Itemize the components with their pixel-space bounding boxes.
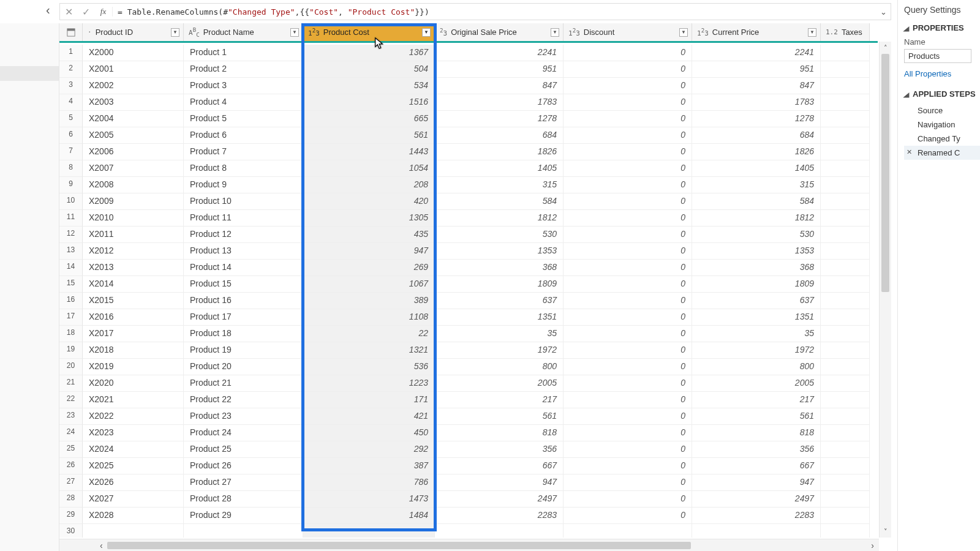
cell-current-price[interactable]: 1783 [692,94,821,111]
table-row[interactable]: 29X2028Product 291484228302283 [59,508,878,524]
cell-product-id[interactable]: X2028 [83,508,184,524]
cell-taxes[interactable] [821,425,870,441]
cell-product-cost[interactable]: 1321 [303,342,435,359]
cell-original-sale-price[interactable]: 2283 [435,508,564,524]
cell-taxes[interactable] [821,78,870,94]
cell-taxes[interactable] [821,375,870,392]
cell-original-sale-price[interactable]: 1278 [435,111,564,127]
cell-product-id[interactable] [83,524,184,538]
formula-commit-button[interactable]: ✓ [77,6,94,18]
step-source[interactable]: Source [904,103,980,118]
fx-icon[interactable]: fx [94,7,113,17]
cell-product-id[interactable]: X2016 [83,309,184,326]
table-row[interactable]: 16X2015Product 163896370637 [59,293,878,309]
cell-current-price[interactable]: 637 [692,293,821,309]
cell-product-cost[interactable]: 561 [303,127,435,144]
cell-current-price[interactable]: 847 [692,78,821,94]
cell-product-id[interactable]: X2022 [83,408,184,425]
cell-original-sale-price[interactable]: 1809 [435,276,564,293]
cell-current-price[interactable]: 217 [692,392,821,408]
cell-current-price[interactable]: 667 [692,458,821,474]
column-header-taxes[interactable]: 1.2 Taxes [821,23,870,41]
cell-product-id[interactable]: X2024 [83,441,184,458]
cell-product-id[interactable]: X2000 [83,45,184,61]
cell-current-price[interactable]: 561 [692,408,821,425]
cell-current-price[interactable]: 1405 [692,160,821,177]
cell-discount[interactable]: 0 [564,508,692,524]
cell-original-sale-price[interactable] [435,524,564,538]
table-row[interactable]: 4X2003Product 41516178301783 [59,94,878,111]
cell-product-id[interactable]: X2023 [83,425,184,441]
step-navigation[interactable]: Navigation [904,118,980,132]
cell-product-id[interactable]: X2026 [83,474,184,491]
cell-discount[interactable]: 0 [564,441,692,458]
scroll-left-arrow[interactable]: ‹ [59,541,102,550]
cell-product-cost[interactable]: 1516 [303,94,435,111]
cell-discount[interactable]: 0 [564,160,692,177]
cell-product-name[interactable]: Product 22 [184,392,303,408]
cell-product-cost[interactable]: 1305 [303,210,435,227]
cell-current-price[interactable]: 2283 [692,508,821,524]
cell-product-name[interactable]: Product 2 [184,61,303,78]
cell-taxes[interactable] [821,309,870,326]
table-row[interactable]: 6X2005Product 65616840684 [59,127,878,144]
table-row[interactable]: 15X2014Product 151067180901809 [59,276,878,293]
cell-discount[interactable]: 0 [564,326,692,342]
scroll-right-arrow[interactable]: › [861,541,879,550]
cell-taxes[interactable] [821,160,870,177]
cell-product-name[interactable]: Product 20 [184,359,303,375]
table-row[interactable]: 30 [59,524,878,538]
cell-product-name[interactable]: Product 15 [184,276,303,293]
cell-product-id[interactable]: X2027 [83,491,184,508]
cell-original-sale-price[interactable]: 1353 [435,243,564,260]
cell-product-name[interactable]: Product 5 [184,111,303,127]
cell-current-price[interactable]: 1351 [692,309,821,326]
cell-product-cost[interactable]: 1108 [303,309,435,326]
cell-product-id[interactable]: X2014 [83,276,184,293]
cell-current-price[interactable]: 1809 [692,276,821,293]
cell-product-id[interactable]: X2017 [83,326,184,342]
cell-product-name[interactable]: Product 27 [184,474,303,491]
cell-product-name[interactable]: Product 9 [184,177,303,193]
cell-product-id[interactable]: X2008 [83,177,184,193]
cell-product-id[interactable]: X2019 [83,359,184,375]
cell-discount[interactable]: 0 [564,94,692,111]
cell-product-cost[interactable]: 420 [303,193,435,210]
cell-product-cost[interactable]: 536 [303,359,435,375]
cell-product-id[interactable]: X2009 [83,193,184,210]
scroll-up-arrow[interactable]: ˄ [880,42,891,54]
cell-product-cost[interactable]: 389 [303,293,435,309]
table-row[interactable]: 10X2009Product 104205840584 [59,193,878,210]
cell-discount[interactable]: 0 [564,359,692,375]
cell-original-sale-price[interactable]: 356 [435,441,564,458]
cell-product-name[interactable]: Product 25 [184,441,303,458]
scroll-down-arrow[interactable]: ˅ [880,525,891,538]
cell-product-id[interactable]: X2021 [83,392,184,408]
cell-current-price[interactable] [692,524,821,538]
table-row[interactable]: 7X2006Product 71443182601826 [59,144,878,160]
cell-original-sale-price[interactable]: 818 [435,425,564,441]
cell-discount[interactable]: 0 [564,491,692,508]
cell-current-price[interactable]: 1826 [692,144,821,160]
table-row[interactable]: 21X2020Product 211223200502005 [59,375,878,392]
table-row[interactable]: 18X2017Product 182235035 [59,326,878,342]
cell-discount[interactable]: 0 [564,78,692,94]
cell-product-cost[interactable]: 1367 [303,45,435,61]
cell-taxes[interactable] [821,193,870,210]
cell-discount[interactable]: 0 [564,260,692,276]
cell-current-price[interactable]: 2005 [692,375,821,392]
table-row[interactable]: 5X2004Product 5665127801278 [59,111,878,127]
cell-current-price[interactable]: 818 [692,425,821,441]
cell-original-sale-price[interactable]: 1783 [435,94,564,111]
cell-discount[interactable]: 0 [564,193,692,210]
cell-discount[interactable]: 0 [564,408,692,425]
cell-taxes[interactable] [821,293,870,309]
cell-product-id[interactable]: X2005 [83,127,184,144]
cell-product-id[interactable]: X2001 [83,61,184,78]
cell-product-name[interactable]: Product 26 [184,458,303,474]
cell-original-sale-price[interactable]: 315 [435,177,564,193]
cell-original-sale-price[interactable]: 947 [435,474,564,491]
cell-taxes[interactable] [821,441,870,458]
cell-discount[interactable]: 0 [564,144,692,160]
table-row[interactable]: 19X2018Product 191321197201972 [59,342,878,359]
